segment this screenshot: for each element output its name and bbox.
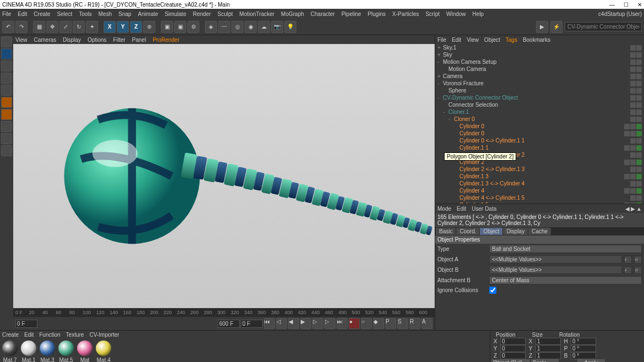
render-dot[interactable] [630,145,636,151]
material-item[interactable]: Mat [77,341,93,362]
menu-xparticles[interactable]: X-Particles [392,11,419,17]
mat-menu-cvimport[interactable]: CV-Importer [89,332,119,338]
tree-row[interactable]: Cylinder 4 [435,187,644,194]
coord-pos-input[interactable] [500,352,526,359]
visibility-dot[interactable] [624,188,630,194]
attr-ignore-checkbox[interactable] [489,287,496,294]
menu-mesh[interactable]: Mesh [99,11,112,17]
pos-key-button[interactable]: P [385,318,396,329]
param-key-button[interactable]: A [421,318,432,329]
attr-menu-edit[interactable]: Edit [457,206,466,212]
expand-icon[interactable]: - [437,80,443,86]
vp-menu-display[interactable]: Display [63,37,81,43]
material-preview-icon[interactable] [58,341,74,356]
visibility-dot[interactable] [630,152,636,158]
undo-button[interactable]: ↶ [2,21,14,33]
menu-file[interactable]: File [2,11,11,17]
menu-character[interactable]: Character [311,11,335,17]
commander-search-input[interactable] [565,22,642,31]
menu-render[interactable]: Render [193,11,211,17]
tree-row[interactable]: Cylinder.1 3 [435,173,644,180]
material-preview-icon[interactable] [2,341,18,356]
texture-mode-tool[interactable] [1,61,12,72]
tree-item-name[interactable]: Sky [443,52,630,58]
rot-key-button[interactable]: R [409,318,420,329]
visibility-dot[interactable] [630,117,636,122]
tree-item-name[interactable]: Cylinder.1 1 [459,145,624,151]
material-preview-icon[interactable] [96,341,111,356]
attr-obja-clear-icon[interactable]: ○ [634,256,642,264]
expand-icon[interactable]: + [437,73,443,79]
y-axis-lock[interactable]: Y [117,21,129,33]
coord-scale-dropdown[interactable]: Scale [531,359,559,362]
visibility-dot[interactable] [630,59,636,65]
close-icon[interactable]: ✕ [637,2,642,8]
material-preview-icon[interactable] [40,341,55,356]
model-mode-tool[interactable] [1,48,12,59]
tree-item-name[interactable]: Cylinder 0 <-> Cylinder.1 1 [459,138,630,144]
tree-item-name[interactable]: Voronoi Fracture [443,80,630,86]
menu-motiontracker[interactable]: MotionTracker [240,11,275,17]
tree-row[interactable]: Cylinder 0 <-> Cylinder.1 1 [435,137,644,144]
tree-item-name[interactable]: Cylinder.1 3 <-> Cylinder 4 [459,180,630,187]
expand-icon[interactable]: - [437,59,443,65]
visibility-dot[interactable] [624,131,630,136]
visibility-dot[interactable] [630,95,636,101]
vp-menu-view[interactable]: View [15,37,28,43]
om-menu-bookmarks[interactable]: Bookmarks [523,37,550,43]
tree-row[interactable]: -Cloner 0 [435,116,644,123]
tree-item-name[interactable]: Cloner 0 [454,116,630,122]
render-dot[interactable] [636,74,642,79]
coord-pos-input[interactable] [500,345,526,352]
goto-start-button[interactable]: ⏮ [264,318,275,329]
vp-menu-cameras[interactable]: Cameras [34,37,57,43]
generator-button[interactable]: ◎ [231,21,243,33]
visibility-dot[interactable] [630,81,636,86]
tree-row[interactable]: Cylinder 2 <-> Cylinder.1 3 [435,166,644,173]
coord-system[interactable]: ⊕ [143,21,155,33]
render-dot[interactable] [636,67,642,72]
viewport-tool[interactable] [1,145,12,156]
visibility-dot[interactable] [630,102,636,108]
last-tool[interactable]: ✦ [86,21,98,33]
attr-type-dropdown[interactable]: Ball and Socket [489,245,642,253]
menu-edit[interactable]: Edit [18,11,27,17]
coord-apply-button[interactable]: Apply [577,359,605,362]
menu-animate[interactable]: Animate [138,11,158,17]
visibility-dot[interactable] [630,138,636,144]
menu-tools[interactable]: Tools [79,11,91,17]
timeline-start-input[interactable] [15,320,37,328]
visibility-dot[interactable] [630,109,636,115]
render-dot[interactable] [630,131,636,136]
attr-nav-back-icon[interactable]: ◀ [625,206,630,212]
attr-menu-mode[interactable]: Mode [437,206,451,212]
material-item[interactable]: Mat.1 [21,341,36,362]
select-tool[interactable]: ▦ [33,21,45,33]
render-view-button[interactable]: ▣ [161,21,173,33]
tag-icon[interactable] [636,188,642,194]
menu-pipeline[interactable]: Pipeline [342,11,361,17]
tree-row[interactable]: +Camera [435,73,644,80]
tree-item-name[interactable]: Connector Selection [448,102,630,108]
visibility-dot[interactable] [624,124,630,129]
tag-icon[interactable] [636,174,642,179]
light-button[interactable]: 💡 [284,21,296,33]
coord-rot-input[interactable] [571,338,596,345]
coord-rot-input[interactable] [571,352,596,359]
render-picture-button[interactable]: ▣ [174,21,186,33]
tree-item-name[interactable]: Cylinder.1 5 [459,202,624,204]
render-dot[interactable] [636,102,642,108]
om-menu-view[interactable]: View [467,37,479,43]
tree-item-name[interactable]: Cylinder 4 [459,188,624,194]
om-menu-tags[interactable]: Tags [506,37,517,43]
tag-icon[interactable] [636,160,642,165]
record-button[interactable]: ● [349,318,360,329]
tab-cache[interactable]: Cache [528,228,551,235]
attr-nav-fwd-icon[interactable]: ▶ [631,206,635,212]
edge-mode-tool[interactable] [1,97,12,108]
menu-snap[interactable]: Snap [118,11,131,17]
expand-icon[interactable]: - [437,95,443,101]
tree-row[interactable]: Cylinder.1 3 <-> Cylinder 4 [435,180,644,187]
menu-simulate[interactable]: Simulate [165,11,186,17]
tree-item-name[interactable]: Motion Camera [448,66,630,72]
